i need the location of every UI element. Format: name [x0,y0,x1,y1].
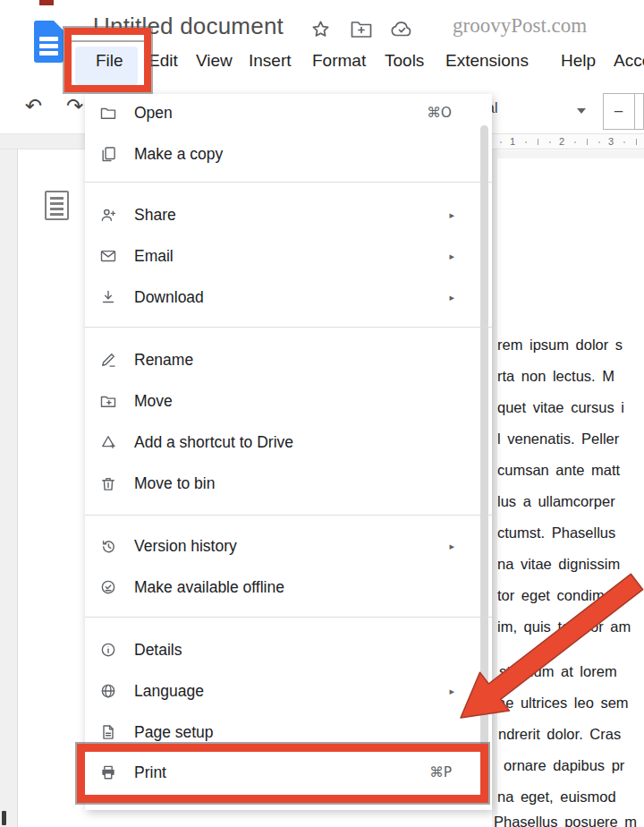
menu-item-share[interactable]: Share▸ [85,194,492,235]
document-text-line: ornare dapibus pr [504,757,624,774]
menu-item-label: Make available offline [134,578,284,597]
download-icon [99,288,117,306]
menu-item-label: Version history [134,537,237,556]
trash-icon [99,474,117,492]
history-icon [99,537,117,555]
folder-plus-icon [99,392,117,410]
document-text-line: na eget, euismod [497,789,616,806]
annotation-fragment-top [39,0,54,5]
ruler-tick [587,139,589,145]
document-text-line: cumsan ante matt [497,462,620,479]
menu-item-label: Share [134,206,176,225]
menubar-item-extensions[interactable]: Extensions [445,51,529,71]
folder-icon [99,104,117,122]
star-icon[interactable] [310,19,331,39]
menu-item-make-available-offline[interactable]: Make available offline [85,567,492,608]
undo-icon[interactable]: ↶ [25,94,42,117]
pencil-icon [99,351,117,369]
menu-divider [85,182,492,183]
canvas-left-strip [0,149,17,827]
menu-item-move[interactable]: Move [85,380,492,422]
menu-divider [85,515,492,516]
ruler-number: 1 [510,136,515,147]
menu-item-move-to-bin[interactable]: Move to bin [85,463,492,504]
document-text-line: im, quis tempor am [497,618,631,635]
copy-icon [99,145,117,163]
file-menu: Open⌘OMake a copyShare▸Email▸Download▸Re… [85,94,492,810]
document-text-line: rta non lectus. M [497,368,614,385]
move-to-folder-icon[interactable] [351,21,372,38]
document-text-line: l venenatis. Peller [497,431,619,448]
ruler-number: 2 [559,136,564,147]
menu-item-open[interactable]: Open⌘O [85,92,492,133]
ruler-dot [574,141,576,143]
ruler-number: 3 [608,136,614,147]
info-icon [99,641,117,659]
logo-fold [54,21,64,30]
document-text-line: Phasellus posuere m [494,814,637,827]
ruler-dot [623,141,625,143]
page-left-edge [17,149,18,827]
menu-item-label: Add a shortcut to Drive [134,433,293,452]
ruler-dot [549,141,551,143]
ruler-dot [525,141,527,143]
menubar-item-format[interactable]: Format [312,51,366,71]
submenu-arrow-icon: ▸ [449,686,454,697]
menu-divider [85,617,492,618]
menu-item-language[interactable]: Language▸ [85,670,492,712]
menu-item-add-a-shortcut-to-drive[interactable]: Add a shortcut to Drive [85,422,492,463]
menubar-item-edit[interactable]: Edit [148,51,178,71]
submenu-arrow-icon: ▸ [449,292,454,303]
cut-off-glyph-fragment [2,811,6,825]
google-docs-logo-icon[interactable] [34,21,64,63]
document-text-line: quet vitae cursus i [497,399,624,416]
annotation-inner-line [72,40,144,42]
watermark: groovyPost.com [453,14,587,38]
canvas-middle-strip [492,149,497,827]
ruler-dot [598,141,600,143]
menubar-item-insert[interactable]: Insert [249,51,292,71]
ruler-left-margin [0,133,85,149]
menu-item-label: Details [134,641,182,660]
menu-item-version-history[interactable]: Version history▸ [85,525,492,567]
document-text-line: lus a ullamcorper [497,493,615,510]
menubar-item-help[interactable]: Help [561,51,596,71]
menu-item-details[interactable]: Details [85,629,492,670]
drive-shortcut-icon [99,433,117,451]
ruler-tick [538,139,539,145]
ruler-tick [636,139,638,145]
font-dropdown-caret-icon[interactable] [577,108,586,114]
redo-icon[interactable]: ↷ [66,94,83,117]
document-outline-icon[interactable] [45,191,69,220]
menu-item-label: Open [134,104,173,123]
menubar-item-view[interactable]: View [196,51,233,71]
submenu-arrow-icon: ▸ [449,209,454,221]
menu-item-label: Language [134,682,204,701]
menu-item-email[interactable]: Email▸ [85,235,492,277]
document-text-line: ndrerit dolor. Cras [498,726,621,743]
document-text-line: rem ipsum dolor s [497,337,623,354]
menu-item-label: Page setup [134,723,214,742]
menu-item-label: Download [134,288,204,307]
font-size-box-divider [634,93,635,130]
submenu-arrow-icon: ▸ [449,541,454,552]
ruler-dot [500,141,502,143]
document-text-line: ctumst. Phasellus [497,524,615,541]
submenu-arrow-icon: ▸ [449,251,454,262]
page-top-band [497,150,644,158]
annotation-box-print [77,744,488,803]
cloud-status-icon[interactable] [390,20,413,38]
menu-item-label: Rename [134,351,193,370]
menubar-item-tools[interactable]: Tools [385,51,424,71]
menu-item-rename[interactable]: Rename [85,339,492,380]
menubar-item-acce[interactable]: Acce [614,51,644,71]
menu-item-label: Email [134,247,174,266]
menu-divider [85,327,492,328]
document-text-line: tor eget condimer [497,587,617,604]
menu-item-download[interactable]: Download▸ [85,277,492,318]
annotation-box-file [64,28,151,92]
menu-item-make-a-copy[interactable]: Make a copy [85,133,492,175]
decrease-font-size-button[interactable]: − [603,93,634,130]
menu-item-label: Move [134,392,173,411]
page-icon [99,723,117,741]
